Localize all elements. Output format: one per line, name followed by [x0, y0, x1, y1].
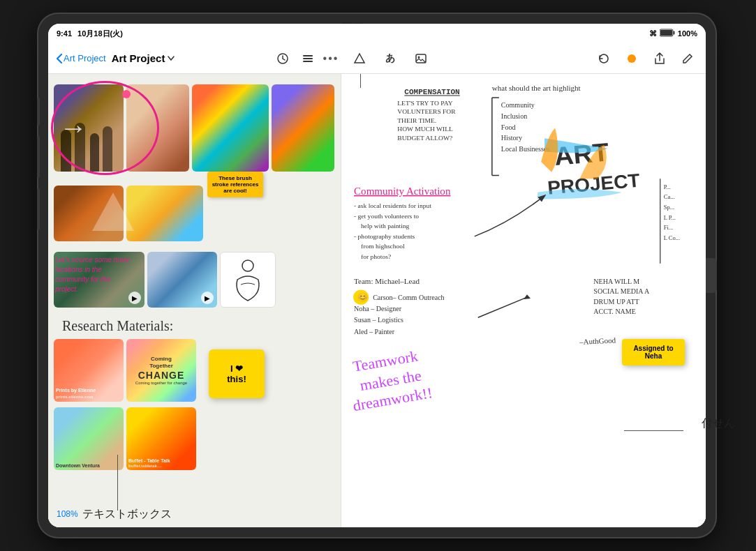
svg-text:- ask local residents for inpu: - ask local residents for input: [354, 202, 431, 209]
svg-rect-6: [303, 61, 313, 62]
svg-text:SOCIAL MEDIA A: SOCIAL MEDIA A: [593, 287, 650, 295]
svg-text:- get youth volunteers to: - get youth volunteers to: [354, 213, 419, 220]
svg-text:History: History: [501, 134, 522, 142]
svg-rect-1: [673, 31, 674, 35]
color-icon[interactable]: [622, 49, 642, 68]
back-button[interactable]: Art Project: [57, 53, 106, 63]
svg-text:PROJECT: PROJECT: [547, 169, 641, 199]
canvas-area[interactable]: → These brush stroke references are cool: [48, 74, 706, 527]
svg-rect-5: [303, 58, 313, 59]
svg-rect-4: [303, 55, 313, 56]
toolbar-right: [436, 49, 697, 68]
svg-text:Community Activation: Community Activation: [354, 186, 451, 197]
annotation-sticky: 付せん: [702, 416, 735, 431]
svg-text:Team: Michael–Lead: Team: Michael–Lead: [354, 277, 420, 285]
img-geometric: [126, 186, 203, 241]
undo-icon[interactable]: [594, 49, 614, 68]
img-girl: [126, 84, 189, 172]
svg-text:COMPENSATION: COMPENSATION: [404, 88, 459, 96]
svg-text:NEHA WILL M: NEHA WILL M: [593, 278, 639, 285]
svg-text:Local Businesses: Local Businesses: [501, 145, 550, 153]
status-time: 9:41: [57, 29, 72, 38]
svg-text:VOLUNTEERS FOR: VOLUNTEERS FOR: [397, 108, 456, 115]
svg-text:–AuthGood: –AuthGood: [579, 336, 616, 346]
back-label: Art Project: [64, 53, 106, 63]
svg-text:help with painting: help with painting: [361, 222, 410, 229]
svg-text:dreamwork!!: dreamwork!!: [352, 384, 434, 414]
toolbar: Art Project Art Project •••: [48, 43, 706, 74]
toolbar-center: ••• あ: [323, 49, 431, 68]
img-food: Buffet - Table Talkbuffet.tabletak....: [126, 407, 196, 470]
img-graffiti: [192, 84, 269, 172]
status-left: 9:41 10月18日(火): [57, 29, 123, 39]
share-icon[interactable]: [650, 49, 669, 68]
svg-text:Noha – Designer: Noha – Designer: [354, 305, 402, 312]
list-icon[interactable]: [298, 49, 318, 68]
svg-text:Sp...: Sp...: [664, 204, 674, 211]
svg-point-10: [628, 54, 636, 63]
svg-text:ACCT. NAME: ACCT. NAME: [593, 308, 636, 316]
zoom-indicator: 108%: [57, 509, 78, 519]
status-date: 10月18日(火): [77, 29, 123, 39]
svg-text:😊: 😊: [357, 292, 368, 302]
svg-text:L Co...: L Co...: [664, 235, 680, 241]
research-materials-label: Research Materials:: [62, 318, 173, 334]
sticky-assigned: Assigned toNeha: [622, 339, 685, 365]
toolbar-left: Art Project Art Project: [57, 49, 318, 68]
svg-text:L P...: L P...: [664, 215, 676, 221]
svg-text:Fi...: Fi...: [664, 225, 674, 231]
annotation-line-textbox: [117, 455, 118, 511]
svg-text:LET'S TRY TO PAY: LET'S TRY TO PAY: [397, 100, 452, 107]
annotation-line-sticky: [624, 430, 683, 431]
img-arrows: →: [272, 84, 334, 172]
img-sketch: [220, 252, 276, 308]
svg-text:ART: ART: [553, 137, 610, 171]
img-architecture: ▶: [147, 252, 217, 308]
wifi-icon: ⌘: [649, 29, 657, 38]
red-annotation-text: Let's source some more locations in the …: [55, 255, 132, 294]
svg-rect-2: [660, 30, 672, 36]
toolbar-dots: •••: [323, 52, 339, 65]
svg-text:for photos?: for photos?: [361, 253, 391, 260]
img-map: Downtown Ventura: [54, 407, 124, 470]
img-prints: Prints by Etienneprints.etienne.com: [54, 339, 124, 402]
text-icon[interactable]: あ: [380, 49, 400, 68]
svg-marker-7: [355, 54, 364, 63]
annotation-textbox: テキストボックス: [82, 507, 172, 522]
home-button[interactable]: [706, 258, 717, 293]
shapes-icon[interactable]: [350, 49, 369, 68]
side-button-volume-down[interactable]: [37, 188, 40, 230]
svg-text:what should the art highlight: what should the art highlight: [492, 84, 581, 92]
image-icon[interactable]: [411, 49, 431, 68]
canvas-handwriting: COMPENSATION LET'S TRY TO PAY VOLUNTEERS…: [341, 74, 706, 527]
sticky-love: I ❤this!: [209, 349, 265, 398]
right-panel[interactable]: COMPENSATION LET'S TRY TO PAY VOLUNTEERS…: [341, 74, 706, 527]
svg-text:Aled – Painter: Aled – Painter: [354, 328, 395, 335]
ipad-frame: 9:41 10月18日(火) ⌘ 100% A: [38, 14, 716, 537]
svg-point-9: [418, 56, 420, 58]
svg-text:HOW MUCH WILL: HOW MUCH WILL: [397, 126, 453, 133]
svg-text:P...: P...: [664, 184, 671, 190]
svg-text:from highschool: from highschool: [361, 243, 405, 250]
status-right: ⌘ 100%: [649, 29, 697, 38]
svg-text:Ca...: Ca...: [664, 195, 675, 201]
svg-marker-43: [524, 294, 531, 299]
status-bar: 9:41 10月18日(火) ⌘ 100%: [48, 24, 706, 43]
svg-text:makes the: makes the: [359, 368, 423, 394]
svg-text:Community: Community: [501, 102, 535, 110]
battery-level: [660, 29, 675, 38]
annotation-icon[interactable]: [273, 49, 292, 68]
edit-icon[interactable]: [678, 49, 697, 68]
img-change-poster: ComingTogether CHANGE Coming together fo…: [126, 339, 196, 402]
svg-point-37: [354, 290, 368, 303]
svg-text:THEIR TIME.: THEIR TIME.: [397, 117, 436, 124]
battery-percent: 100%: [678, 29, 697, 38]
svg-text:Carson– Comm Outreach: Carson– Comm Outreach: [373, 294, 445, 301]
side-button-top[interactable]: [37, 98, 40, 126]
svg-text:Susan – Logistics: Susan – Logistics: [354, 316, 403, 324]
ipad-screen: 9:41 10月18日(火) ⌘ 100% A: [48, 24, 706, 527]
svg-text:Inclusion: Inclusion: [501, 112, 527, 120]
side-button-volume-up[interactable]: [37, 136, 40, 178]
sticky-brush-references: These brush stroke references are cool!: [207, 172, 263, 197]
svg-text:DRUM UP ATT: DRUM UP ATT: [593, 298, 639, 305]
